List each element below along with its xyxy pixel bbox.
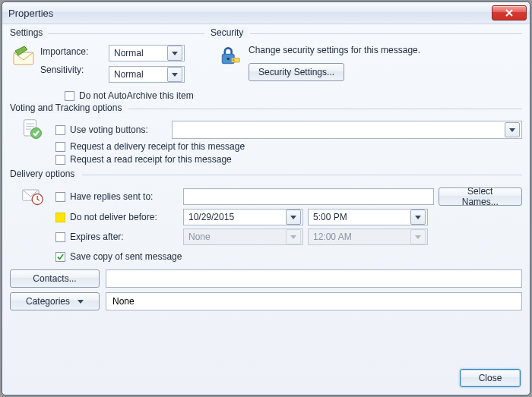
- use-voting-label: Use voting buttons:: [70, 124, 167, 135]
- delivery-options-group: Delivery options Have replies se: [10, 175, 522, 310]
- read-receipt-checkbox[interactable]: [55, 155, 65, 165]
- voting-legend: Voting and Tracking options: [10, 102, 126, 113]
- expires-after-checkbox[interactable]: [55, 232, 65, 242]
- security-group: Security Change security settings fo: [211, 33, 522, 86]
- close-icon: [505, 9, 514, 17]
- security-legend: Security: [211, 27, 248, 38]
- expires-after-label: Expires after:: [70, 232, 124, 242]
- chevron-down-icon: [286, 229, 301, 244]
- importance-label: Importance:: [40, 46, 109, 57]
- categories-button[interactable]: Categories: [10, 292, 100, 310]
- not-before-date-select[interactable]: 10/29/2015: [183, 209, 303, 225]
- categories-value: None: [106, 292, 522, 310]
- read-receipt-label: Request a read receipt for this message: [70, 154, 232, 165]
- window-title: Properties: [8, 8, 492, 19]
- delivery-receipt-checkbox[interactable]: [55, 142, 65, 152]
- voting-icon: [10, 118, 55, 141]
- settings-group: Settings Importance: Sensitivity:: [10, 33, 204, 86]
- sensitivity-select[interactable]: Normal: [109, 66, 185, 83]
- have-replies-input[interactable]: [183, 188, 434, 205]
- delivery-legend: Delivery options: [10, 169, 79, 179]
- titlebar: Properties: [2, 2, 530, 24]
- properties-dialog: Properties Settings: [2, 2, 530, 395]
- chevron-down-icon: [167, 46, 182, 61]
- settings-legend: Settings: [10, 27, 47, 38]
- have-replies-label: Have replies sent to:: [70, 191, 153, 202]
- chevron-down-icon: [505, 122, 520, 137]
- chevron-down-icon: [410, 229, 426, 244]
- not-before-time-select[interactable]: 5:00 PM: [308, 209, 428, 225]
- use-voting-checkbox[interactable]: [55, 125, 65, 135]
- chevron-down-icon: [286, 210, 301, 225]
- security-settings-button[interactable]: Security Settings...: [249, 63, 344, 81]
- have-replies-checkbox[interactable]: [55, 192, 65, 202]
- contacts-button[interactable]: Contacts...: [10, 269, 100, 288]
- settings-icon: [10, 45, 40, 68]
- do-not-deliver-label: Do not deliver before:: [70, 212, 157, 222]
- save-copy-label: Save copy of sent message: [70, 251, 182, 262]
- expires-date-select: None: [183, 228, 303, 245]
- expires-time-select: 12:00 AM: [308, 228, 428, 245]
- autoarchive-label: Do not AutoArchive this item: [79, 90, 194, 101]
- autoarchive-checkbox[interactable]: [65, 91, 74, 101]
- close-button[interactable]: Close: [460, 369, 521, 387]
- chevron-down-icon: [167, 67, 182, 82]
- do-not-deliver-highlight: [55, 213, 65, 222]
- delivery-receipt-label: Request a delivery receipt for this mess…: [70, 141, 245, 152]
- svg-point-4: [233, 59, 235, 61]
- sensitivity-label: Sensitivity:: [40, 65, 109, 75]
- voting-tracking-group: Voting and Tracking options Use voting b…: [10, 109, 522, 167]
- select-names-button[interactable]: Select Names...: [439, 187, 522, 206]
- delivery-icon: [10, 184, 55, 207]
- chevron-down-icon: [78, 300, 84, 304]
- security-description: Change security settings for this messag…: [249, 45, 522, 55]
- contacts-input[interactable]: [106, 269, 522, 288]
- voting-buttons-select[interactable]: [172, 121, 522, 139]
- window-close-button[interactable]: [492, 5, 527, 20]
- chevron-down-icon: [410, 210, 426, 225]
- save-copy-checkbox[interactable]: [55, 252, 65, 262]
- svg-point-2: [226, 58, 230, 61]
- security-icon: [211, 45, 249, 68]
- importance-select[interactable]: Normal: [109, 45, 185, 61]
